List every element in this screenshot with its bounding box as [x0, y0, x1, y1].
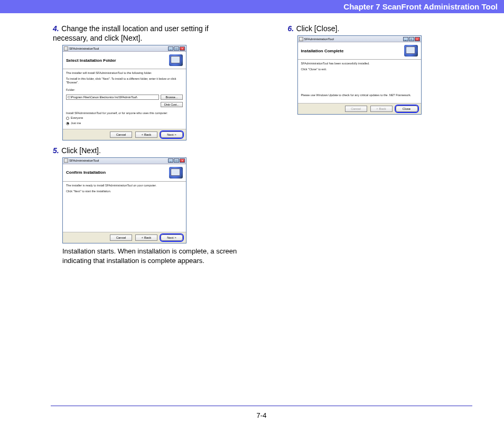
folder-input[interactable]: C:\Program Files\Canon Electronics Inc\S…: [66, 95, 159, 100]
app-icon: [64, 158, 68, 163]
page-footer: 7-4: [51, 406, 472, 419]
maximize-icon[interactable]: □: [409, 37, 414, 41]
dialog-titlebar: SFAdministrationTool _ □ ×: [63, 45, 186, 52]
dialog-installation-complete: SFAdministrationTool _ □ × Installation …: [297, 35, 422, 115]
minimize-icon[interactable]: _: [168, 158, 173, 163]
page-content: 4. Change the install location and user …: [0, 13, 504, 271]
dialog-app-title: SFAdministrationTool: [69, 47, 99, 50]
dialog-footer-note: Please use Windows Update to check for a…: [301, 93, 418, 98]
dialog-line2: Click "Next" to start the installation.: [66, 190, 183, 194]
installer-icon: [169, 167, 183, 179]
dialog-line1: The installer is ready to install SFAdmi…: [66, 184, 183, 188]
app-icon: [299, 37, 303, 41]
dialog-line2: To install in this folder, click "Next".…: [66, 77, 183, 85]
chapter-header: Chapter 7 ScanFront Administration Tool: [0, 0, 504, 13]
radio-justme[interactable]: [66, 122, 69, 125]
radio-justme-row[interactable]: Just me: [66, 121, 183, 126]
browse-button[interactable]: Browse...: [161, 95, 183, 100]
close-button[interactable]: Close: [396, 106, 418, 112]
dialog-titlebar: SFAdministrationTool _ □ ×: [63, 158, 186, 164]
app-icon: [64, 46, 68, 51]
dialog-heading: Select Installation Folder: [66, 58, 116, 63]
step-6: 6. Click [Close]. SFAdministrationTool _…: [288, 24, 473, 115]
dialog-line1: The installer will install SFAdministrat…: [66, 71, 183, 76]
radio-everyone-label: Everyone: [71, 116, 83, 120]
close-icon[interactable]: ×: [415, 37, 420, 41]
step-4-text: Change the install location and user set…: [53, 24, 209, 42]
dialog-titlebar: SFAdministrationTool _ □ ×: [298, 36, 421, 42]
radio-justme-label: Just me: [71, 121, 81, 126]
minimize-icon[interactable]: _: [403, 37, 408, 41]
back-button: < Back: [370, 106, 393, 112]
step-6-number: 6.: [288, 24, 294, 33]
dialog-heading: Confirm Installation: [66, 170, 106, 175]
back-button[interactable]: < Back: [135, 132, 157, 138]
cancel-button[interactable]: Cancel: [110, 132, 132, 138]
close-icon[interactable]: ×: [180, 46, 185, 51]
folder-label: Folder:: [66, 88, 183, 92]
cancel-button[interactable]: Cancel: [110, 234, 132, 241]
step-4-number: 4.: [53, 24, 59, 33]
next-button[interactable]: Next >: [161, 132, 183, 138]
installer-icon: [169, 54, 183, 66]
dialog-app-title: SFAdministrationTool: [304, 37, 334, 41]
installer-icon: [404, 45, 418, 57]
next-button[interactable]: Next >: [161, 234, 183, 241]
chapter-title: Chapter 7 ScanFront Administration Tool: [343, 2, 498, 11]
radio-everyone[interactable]: [66, 117, 69, 120]
step-5-text: Click [Next].: [61, 146, 101, 155]
page-number: 7-4: [51, 411, 472, 419]
cancel-button: Cancel: [345, 106, 367, 112]
dialog-app-title: SFAdministrationTool: [69, 159, 99, 162]
dialog-heading: Installation Complete: [301, 49, 344, 53]
back-button[interactable]: < Back: [135, 234, 157, 241]
step-5: 5. Click [Next]. SFAdministrationTool _ …: [53, 146, 238, 266]
dialog-line2: Click "Close" to exit.: [301, 68, 418, 72]
dialog-line1: SFAdministrationTool has been successful…: [301, 62, 418, 66]
maximize-icon[interactable]: □: [174, 46, 179, 51]
scope-label: Install SFAdministrationTool for yoursel…: [66, 111, 183, 116]
step-6-text: Click [Close].: [296, 24, 340, 33]
maximize-icon[interactable]: □: [174, 158, 179, 163]
dialog-select-install-folder: SFAdministrationTool _ □ × Select Instal…: [62, 45, 186, 140]
step-5-after-text: Installation starts. When installation i…: [53, 247, 238, 266]
minimize-icon[interactable]: _: [168, 46, 173, 51]
right-column: 6. Click [Close]. SFAdministrationTool _…: [288, 24, 473, 271]
disk-cost-button[interactable]: Disk Cost...: [161, 102, 183, 107]
left-column: 4. Change the install location and user …: [53, 24, 238, 271]
step-4: 4. Change the install location and user …: [53, 24, 238, 140]
radio-everyone-row[interactable]: Everyone: [66, 116, 183, 120]
step-5-number: 5.: [53, 146, 59, 155]
close-icon[interactable]: ×: [180, 158, 185, 163]
dialog-confirm-installation: SFAdministrationTool _ □ × Confirm Insta…: [62, 157, 186, 243]
